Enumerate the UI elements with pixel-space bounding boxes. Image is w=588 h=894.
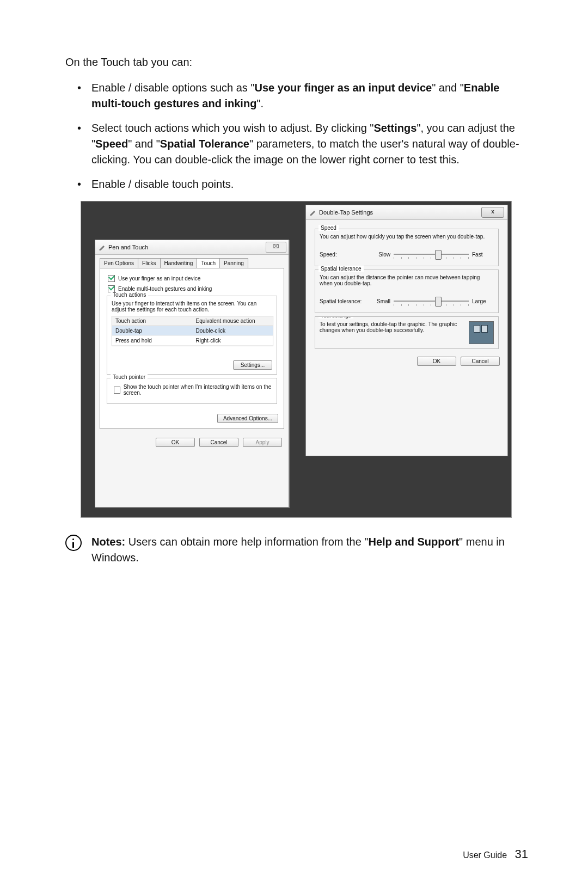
- apply-button[interactable]: Apply: [243, 438, 282, 447]
- close-button[interactable]: ⌧: [266, 242, 286, 253]
- cancel-button[interactable]: Cancel: [199, 438, 238, 447]
- double-tap-settings-window: Double-Tap Settings x Speed You can adju…: [305, 205, 508, 456]
- checkbox-icon: [108, 275, 115, 282]
- window-title: Double-Tap Settings: [319, 209, 373, 216]
- notes-block: Notes: Users can obtain more help inform…: [65, 534, 528, 566]
- group-spatial: Spatial tolerance You can adjust the dis…: [315, 270, 499, 313]
- test-graphic[interactable]: [469, 321, 494, 344]
- tab-body: Use your finger as an input device Enabl…: [100, 268, 284, 429]
- tab-pen-options[interactable]: Pen Options: [100, 258, 138, 268]
- bullet-list: Enable / disable options such as "Use yo…: [77, 80, 528, 192]
- page-number: 31: [515, 847, 528, 861]
- screenshot-area: Pen and Touch ⌧ Pen Options Flicks Handw…: [81, 201, 512, 518]
- bullet-1: Enable / disable options such as "Use yo…: [77, 80, 528, 112]
- spatial-min: Small: [369, 298, 390, 304]
- window-title: Pen and Touch: [108, 244, 148, 250]
- spatial-max: Large: [472, 298, 494, 304]
- tab-panning[interactable]: Panning: [219, 258, 248, 268]
- spatial-slider[interactable]: [394, 294, 469, 308]
- group-speed: Speed You can adjust how quickly you tap…: [315, 229, 499, 266]
- group-legend: Touch pointer: [111, 374, 148, 380]
- notes-icon: [65, 535, 82, 551]
- advanced-options-button[interactable]: Advanced Options...: [217, 414, 278, 423]
- spatial-label: Spatial tolerance:: [320, 298, 369, 304]
- speed-slider[interactable]: [394, 247, 469, 261]
- group-test: Test settings To test your settings, dou…: [315, 316, 499, 349]
- table-row[interactable]: Double-tap Double-click: [112, 326, 273, 336]
- checkbox-finger-input[interactable]: Use your finger as an input device: [108, 275, 278, 282]
- titlebar: Pen and Touch ⌧: [95, 240, 289, 255]
- spatial-desc: You can adjust the distance the pointer …: [320, 274, 494, 286]
- pen-icon: [99, 244, 105, 250]
- close-button[interactable]: x: [481, 207, 504, 218]
- group-touch-actions: Touch actions Use your finger to interac…: [107, 296, 277, 375]
- cancel-button[interactable]: Cancel: [461, 357, 500, 366]
- touch-actions-table: Touch action Equivalent mouse action Dou…: [112, 316, 273, 346]
- tab-flicks[interactable]: Flicks: [138, 258, 161, 268]
- speed-label: Speed:: [320, 252, 369, 258]
- table-row[interactable]: Press and hold Right-click: [112, 336, 273, 346]
- test-desc: To test your settings, double-tap the gr…: [320, 321, 494, 333]
- pen-icon: [309, 209, 316, 216]
- group-touch-pointer: Touch pointer Show the touch pointer whe…: [107, 378, 277, 404]
- tab-handwriting[interactable]: Handwriting: [160, 258, 198, 268]
- tab-touch[interactable]: Touch: [197, 258, 220, 268]
- bullet-3: Enable / disable touch points.: [77, 176, 528, 192]
- titlebar: Double-Tap Settings x: [306, 205, 507, 220]
- settings-button[interactable]: Settings...: [233, 360, 272, 370]
- intro-text: On the Touch tab you can:: [65, 54, 528, 70]
- ok-button[interactable]: OK: [417, 357, 456, 366]
- col-mouse-action: Equivalent mouse action: [193, 316, 273, 326]
- speed-desc: You can adjust how quickly you tap the s…: [320, 234, 494, 240]
- tab-strip: Pen Options Flicks Handwriting Touch Pan…: [100, 258, 284, 268]
- notes-lead: Notes:: [91, 536, 125, 548]
- page-footer: User Guide 31: [463, 847, 528, 861]
- pen-and-touch-window: Pen and Touch ⌧ Pen Options Flicks Handw…: [95, 240, 289, 507]
- bullet-2: Select touch actions which you wish to a…: [77, 120, 528, 168]
- col-touch-action: Touch action: [112, 316, 193, 326]
- group-legend: Touch actions: [111, 292, 148, 298]
- touch-actions-desc: Use your finger to interact with items o…: [112, 301, 272, 313]
- checkbox-icon: [114, 387, 120, 394]
- ok-button[interactable]: OK: [156, 438, 195, 447]
- speed-max: Fast: [472, 252, 494, 258]
- checkbox-touch-pointer[interactable]: Show the touch pointer when I'm interact…: [114, 384, 272, 396]
- footer-label: User Guide: [463, 850, 507, 860]
- speed-min: Slow: [369, 252, 390, 258]
